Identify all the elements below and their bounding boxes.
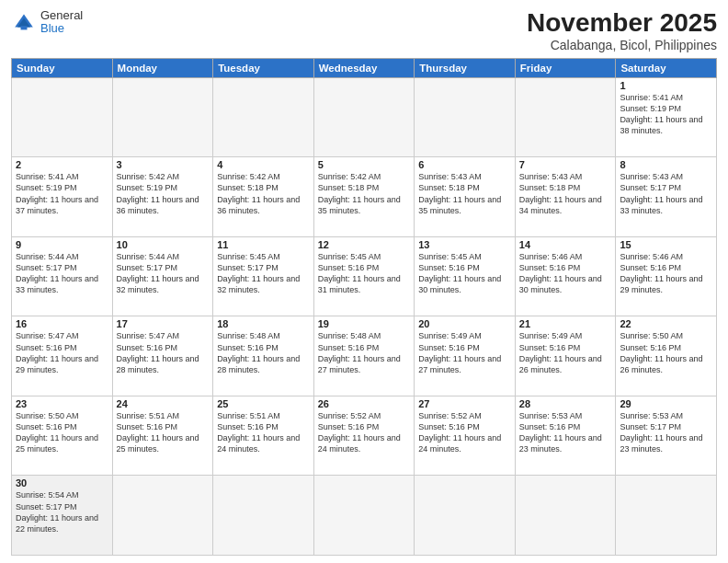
day-info: Sunrise: 5:42 AMSunset: 5:18 PMDaylight:… [318,171,411,216]
calendar-cell: 8Sunrise: 5:43 AMSunset: 5:17 PMDaylight… [616,157,717,237]
day-info: Sunrise: 5:51 AMSunset: 5:16 PMDaylight:… [117,410,210,455]
calendar-cell: 25Sunrise: 5:51 AMSunset: 5:16 PMDayligh… [213,396,314,476]
day-number: 16 [16,318,108,329]
calendar-cell: 28Sunrise: 5:53 AMSunset: 5:16 PMDayligh… [515,396,616,476]
calendar-week-row: 30Sunrise: 5:54 AMSunset: 5:17 PMDayligh… [12,476,717,556]
calendar-header-thursday: Thursday [415,58,516,77]
calendar-week-row: 9Sunrise: 5:44 AMSunset: 5:17 PMDaylight… [12,236,717,316]
day-number: 14 [519,239,612,250]
calendar-cell: 27Sunrise: 5:52 AMSunset: 5:16 PMDayligh… [415,396,516,476]
month-title: November 2025 [527,9,717,38]
day-info: Sunrise: 5:54 AMSunset: 5:17 PMDaylight:… [16,489,108,534]
calendar-cell: 29Sunrise: 5:53 AMSunset: 5:17 PMDayligh… [616,396,717,476]
calendar-cell: 17Sunrise: 5:47 AMSunset: 5:16 PMDayligh… [112,316,213,396]
calendar-cell: 6Sunrise: 5:43 AMSunset: 5:18 PMDaylight… [415,157,516,237]
calendar-header-tuesday: Tuesday [213,58,314,77]
location: Calabanga, Bicol, Philippines [527,38,717,52]
calendar-table: SundayMondayTuesdayWednesdayThursdayFrid… [11,58,717,556]
calendar-cell [415,476,516,556]
day-number: 5 [318,159,411,170]
calendar-cell: 30Sunrise: 5:54 AMSunset: 5:17 PMDayligh… [12,476,113,556]
calendar-cell [313,476,415,556]
calendar-cell: 3Sunrise: 5:42 AMSunset: 5:19 PMDaylight… [112,157,213,237]
calendar-cell: 20Sunrise: 5:49 AMSunset: 5:16 PMDayligh… [415,316,516,396]
calendar-cell: 4Sunrise: 5:42 AMSunset: 5:18 PMDaylight… [213,157,314,237]
day-number: 19 [318,318,411,329]
day-info: Sunrise: 5:42 AMSunset: 5:18 PMDaylight:… [217,171,310,216]
day-info: Sunrise: 5:47 AMSunset: 5:16 PMDaylight:… [117,330,210,375]
day-number: 30 [16,477,108,488]
day-number: 17 [117,318,210,329]
day-info: Sunrise: 5:41 AMSunset: 5:19 PMDaylight:… [16,171,108,216]
day-number: 20 [418,318,511,329]
logo-blue: Blue [40,22,83,35]
calendar-cell: 10Sunrise: 5:44 AMSunset: 5:17 PMDayligh… [112,236,213,316]
day-info: Sunrise: 5:43 AMSunset: 5:18 PMDaylight:… [418,171,511,216]
calendar-cell [515,476,616,556]
calendar-cell [112,476,213,556]
calendar-cell: 21Sunrise: 5:49 AMSunset: 5:16 PMDayligh… [515,316,616,396]
calendar-header-wednesday: Wednesday [313,58,415,77]
calendar-cell: 23Sunrise: 5:50 AMSunset: 5:16 PMDayligh… [12,396,113,476]
calendar-header-sunday: Sunday [12,58,113,77]
calendar-header-friday: Friday [515,58,616,77]
calendar-cell: 7Sunrise: 5:43 AMSunset: 5:18 PMDaylight… [515,157,616,237]
day-number: 22 [620,318,712,329]
calendar-cell: 18Sunrise: 5:48 AMSunset: 5:16 PMDayligh… [213,316,314,396]
day-number: 1 [620,80,712,91]
svg-rect-3 [21,26,28,29]
calendar-cell [616,476,717,556]
day-number: 21 [519,318,612,329]
day-info: Sunrise: 5:52 AMSunset: 5:16 PMDaylight:… [418,410,511,455]
day-info: Sunrise: 5:46 AMSunset: 5:16 PMDaylight:… [519,251,612,296]
calendar-cell: 11Sunrise: 5:45 AMSunset: 5:17 PMDayligh… [213,236,314,316]
calendar-header-row: SundayMondayTuesdayWednesdayThursdayFrid… [12,58,717,77]
day-info: Sunrise: 5:51 AMSunset: 5:16 PMDaylight:… [217,410,310,455]
day-number: 4 [217,159,310,170]
day-number: 12 [318,239,411,250]
day-info: Sunrise: 5:45 AMSunset: 5:16 PMDaylight:… [418,251,511,296]
calendar-cell: 16Sunrise: 5:47 AMSunset: 5:16 PMDayligh… [12,316,113,396]
day-number: 8 [620,159,712,170]
calendar-cell [515,77,616,157]
calendar-cell [313,77,415,157]
day-number: 11 [217,239,310,250]
day-number: 26 [318,398,411,409]
calendar-cell: 15Sunrise: 5:46 AMSunset: 5:16 PMDayligh… [616,236,717,316]
day-info: Sunrise: 5:49 AMSunset: 5:16 PMDaylight:… [418,330,511,375]
day-number: 2 [16,159,108,170]
header: General Blue November 2025 Calabanga, Bi… [11,9,717,52]
calendar-cell: 5Sunrise: 5:42 AMSunset: 5:18 PMDaylight… [313,157,415,237]
page: General Blue November 2025 Calabanga, Bi… [0,0,728,563]
day-info: Sunrise: 5:50 AMSunset: 5:16 PMDaylight:… [16,410,108,455]
day-number: 6 [418,159,511,170]
day-info: Sunrise: 5:49 AMSunset: 5:16 PMDaylight:… [519,330,612,375]
day-number: 10 [117,239,210,250]
calendar-header-monday: Monday [112,58,213,77]
day-number: 3 [117,159,210,170]
day-number: 7 [519,159,612,170]
calendar-week-row: 1Sunrise: 5:41 AMSunset: 5:19 PMDaylight… [12,77,717,157]
day-info: Sunrise: 5:48 AMSunset: 5:16 PMDaylight:… [318,330,411,375]
day-number: 25 [217,398,310,409]
calendar-cell [112,77,213,157]
day-number: 28 [519,398,612,409]
day-info: Sunrise: 5:44 AMSunset: 5:17 PMDaylight:… [16,251,108,296]
calendar-cell [213,476,314,556]
day-number: 18 [217,318,310,329]
day-info: Sunrise: 5:45 AMSunset: 5:17 PMDaylight:… [217,251,310,296]
calendar-header-saturday: Saturday [616,58,717,77]
calendar-week-row: 16Sunrise: 5:47 AMSunset: 5:16 PMDayligh… [12,316,717,396]
logo: General Blue [11,9,83,36]
calendar-cell: 14Sunrise: 5:46 AMSunset: 5:16 PMDayligh… [515,236,616,316]
calendar-cell: 26Sunrise: 5:52 AMSunset: 5:16 PMDayligh… [313,396,415,476]
calendar-cell: 12Sunrise: 5:45 AMSunset: 5:16 PMDayligh… [313,236,415,316]
day-info: Sunrise: 5:53 AMSunset: 5:16 PMDaylight:… [519,410,612,455]
logo-icon [11,9,37,35]
day-number: 24 [117,398,210,409]
calendar-week-row: 23Sunrise: 5:50 AMSunset: 5:16 PMDayligh… [12,396,717,476]
calendar-cell: 1Sunrise: 5:41 AMSunset: 5:19 PMDaylight… [616,77,717,157]
calendar-cell: 13Sunrise: 5:45 AMSunset: 5:16 PMDayligh… [415,236,516,316]
day-info: Sunrise: 5:43 AMSunset: 5:17 PMDaylight:… [620,171,712,216]
day-info: Sunrise: 5:47 AMSunset: 5:16 PMDaylight:… [16,330,108,375]
